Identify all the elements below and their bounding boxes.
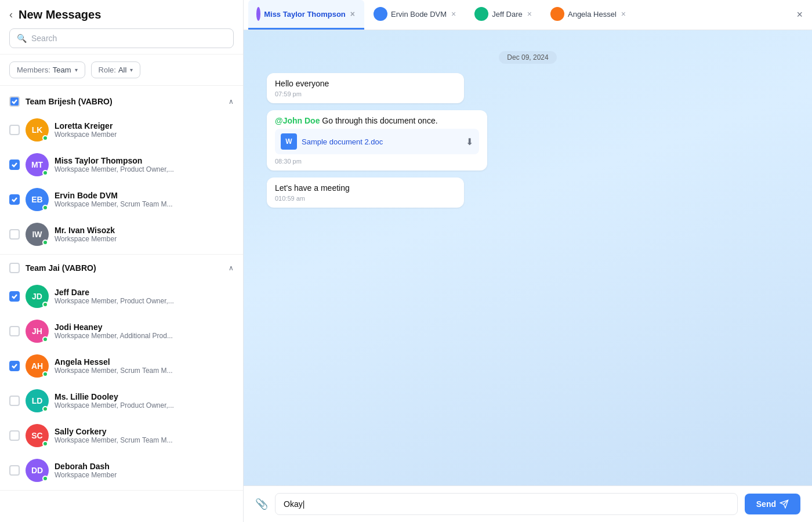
search-box: 🔍 [9,28,234,48]
member-checkbox-3[interactable] [9,194,20,205]
team-section-brijesh: Team Brijesh (VABRO)∧LKLoretta KreigerWo… [0,90,243,255]
team-header-brijesh[interactable]: Team Brijesh (VABRO)∧ [0,90,243,113]
team-checkbox-jai[interactable] [9,263,20,273]
tab-label: Ervin Bode DVM [391,10,447,19]
member-checkbox-7[interactable] [9,361,20,371]
member-role: Workspace Member, Scrum Team M... [55,200,234,208]
team-header-jai[interactable]: Team Jai (VABRO)∧ [0,257,243,279]
date-divider: Dec 09, 2024 [267,51,789,64]
list-item[interactable]: LKLoretta KreigerWorkspace Member [0,113,243,147]
role-filter-value: All [118,66,126,74]
role-filter-chevron: ▾ [130,67,133,73]
tab-close-taylor[interactable]: × [349,9,356,19]
member-checkbox-1[interactable] [9,125,20,135]
list-item[interactable]: SCSally CorkeryWorkspace Member, Scrum T… [0,418,243,453]
tab-angela[interactable]: Angela Hessel× [542,0,635,30]
member-checkbox-2[interactable] [9,160,20,170]
member-role: Workspace Member, Product Owner,... [55,165,234,173]
team-collapse-jai[interactable]: ∧ [229,264,234,272]
tab-label: Miss Taylor Thompson [264,10,346,19]
member-name: Sally Corkery [55,427,234,436]
member-name: Deborah Dash [55,462,234,471]
member-role: Workspace Member, Product Owner,... [55,297,234,305]
member-checkbox-9[interactable] [9,430,20,441]
team-checkbox-brijesh[interactable] [9,96,20,107]
message-bar: 📎 Send [244,485,812,522]
message-2-body: Go through this document once. [320,116,437,125]
message-1-text: Hello everyone [275,79,456,88]
tab-avatar [374,7,387,21]
tab-avatar [474,7,488,21]
member-role: Workspace Member, Product Owner,... [55,401,234,409]
tab-close-angela[interactable]: × [620,9,627,19]
team-name-jai: Team Jai (VABRO) [26,263,223,273]
avatar: JD [26,285,49,308]
message-input[interactable] [275,493,738,515]
download-icon[interactable]: ⬇ [466,136,473,147]
member-name: Jeff Dare [55,288,234,297]
avatar: DD [26,459,49,482]
message-1-time: 07:59 pm [275,90,456,97]
send-button[interactable]: Send [745,494,800,514]
role-filter-label: Role: [99,66,116,74]
list-item[interactable]: DDDeborah DashWorkspace Member [0,453,243,488]
file-type-icon: W [281,133,297,150]
file-attachment: W Sample document 2.doc ⬇ [275,129,479,154]
attach-icon[interactable]: 📎 [255,498,268,510]
role-filter[interactable]: Role: All ▾ [91,61,141,78]
tab-ervin[interactable]: Ervin Bode DVM× [365,0,465,30]
member-name: Miss Taylor Thompson [55,156,234,165]
member-role: Workspace Member, Scrum Team M... [55,367,234,375]
file-name: Sample document 2.doc [302,137,461,146]
avatar: MT [26,153,49,176]
search-icon: 🔍 [17,34,27,43]
send-label: Send [756,499,776,509]
member-role: Workspace Member [55,471,234,479]
list-item[interactable]: EBErvin Bode DVMWorkspace Member, Scrum … [0,182,243,217]
tabs-bar: Miss Taylor Thompson×Ervin Bode DVM×Jeff… [244,0,812,30]
tab-label: Jeff Dare [492,10,523,19]
tab-taylor[interactable]: Miss Taylor Thompson× [248,0,364,30]
avatar: AH [26,354,49,378]
members-list: Team Brijesh (VABRO)∧LKLoretta KreigerWo… [0,86,243,522]
list-item[interactable]: AHAngela HesselWorkspace Member, Scrum T… [0,349,243,383]
message-3: Let's have a meeting 010:59 am [267,177,464,208]
member-role: Workspace Member [55,130,234,139]
back-icon[interactable]: ‹ [9,9,13,21]
members-filter[interactable]: Members: Team ▾ [9,61,85,78]
message-2-time: 08:30 pm [275,158,479,165]
tab-close-ervin[interactable]: × [450,9,457,19]
list-item[interactable]: MTMiss Taylor ThompsonWorkspace Member, … [0,147,243,182]
member-checkbox-5[interactable] [9,291,20,302]
list-item[interactable]: JDJeff DareWorkspace Member, Product Own… [0,279,243,314]
member-name: Loretta Kreiger [55,121,234,130]
member-role: Workspace Member [55,235,234,243]
team-collapse-brijesh[interactable]: ∧ [229,97,234,106]
member-name: Angela Hessel [55,357,234,367]
avatar: JH [26,320,49,343]
member-name: Ms. Lillie Dooley [55,392,234,401]
message-1: Hello everyone 07:59 pm [267,73,464,103]
page-title: New Messages [19,8,101,21]
message-2-text: @John Doe Go through this document once. [275,116,479,125]
list-item[interactable]: LDMs. Lillie DooleyWorkspace Member, Pro… [0,383,243,418]
member-checkbox-4[interactable] [9,229,20,240]
search-input[interactable] [31,34,226,43]
team-name-brijesh: Team Brijesh (VABRO) [26,97,223,106]
page-title-row: ‹ New Messages [9,8,234,21]
member-name: Mr. Ivan Wisozk [55,226,234,235]
member-checkbox-10[interactable] [9,465,20,476]
member-role: Workspace Member, Additional Prod... [55,332,234,340]
member-checkbox-8[interactable] [9,396,20,406]
mention-johndoe: @John Doe [275,116,320,125]
list-item[interactable]: JHJodi HeaneyWorkspace Member, Additiona… [0,314,243,349]
close-all-tabs[interactable]: × [792,6,807,23]
member-role: Workspace Member, Scrum Team M... [55,436,234,444]
avatar: LK [26,118,49,142]
tab-jeff[interactable]: Jeff Dare× [466,0,541,30]
members-filter-chevron: ▾ [75,67,78,73]
tab-close-jeff[interactable]: × [526,9,533,19]
list-item[interactable]: IWMr. Ivan WisozkWorkspace Member [0,217,243,252]
member-checkbox-6[interactable] [9,326,20,336]
avatar: LD [26,389,49,412]
